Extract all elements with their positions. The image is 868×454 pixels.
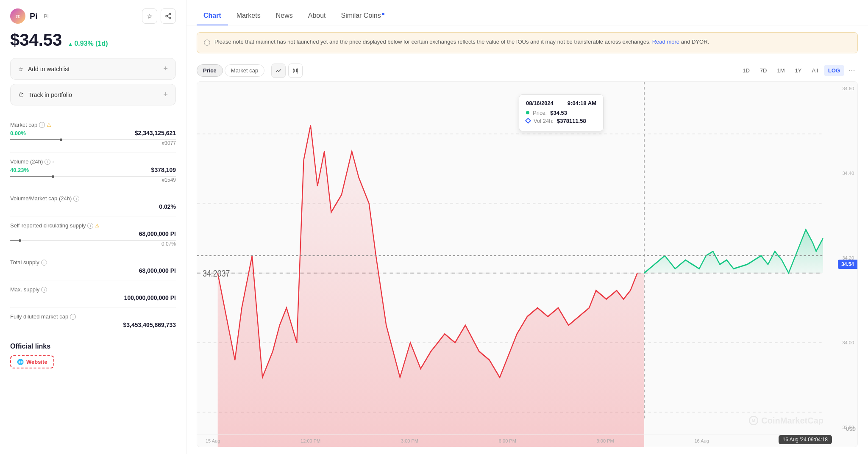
stat-vol-market-cap: Volume/Market cap (24h) i 0.02% bbox=[10, 189, 176, 216]
time-1m-button[interactable]: 1M bbox=[773, 65, 789, 76]
tooltip-price-label: Price: bbox=[533, 110, 547, 116]
svg-text:34.2037: 34.2037 bbox=[203, 268, 230, 278]
time-1d-button[interactable]: 1D bbox=[738, 65, 754, 76]
svg-text:M: M bbox=[752, 418, 755, 423]
watchlist-star-button[interactable]: ☆ bbox=[142, 8, 157, 24]
volume-change: 40.23% bbox=[10, 167, 29, 173]
x-label-2: 12:00 PM bbox=[300, 438, 320, 443]
chart-tooltip: 08/16/2024 9:04:18 AM Price: $34.53 Vol … bbox=[519, 94, 604, 131]
stat-fully-diluted: Fully diluted market cap i $3,453,405,86… bbox=[10, 307, 176, 334]
volume-label: Volume (24h) bbox=[10, 158, 43, 165]
official-links-title: Official links bbox=[10, 343, 176, 350]
y-label-1: 34.60 bbox=[842, 86, 854, 91]
x-label-3: 3:00 PM bbox=[401, 438, 418, 443]
line-chart-icon-button[interactable] bbox=[271, 64, 286, 78]
tooltip-time: 9:04:18 AM bbox=[568, 100, 596, 106]
chart-view-icons bbox=[271, 64, 303, 78]
website-button[interactable]: 🌐 Website bbox=[10, 355, 54, 368]
circulating-supply-label: Self-reported circulating supply bbox=[10, 222, 86, 229]
watchlist-label: Add to watchlist bbox=[28, 66, 70, 72]
vol-diamond-icon bbox=[525, 118, 531, 124]
coin-logo: π bbox=[10, 8, 25, 24]
volume-progress bbox=[10, 176, 176, 177]
x-label-4: 6:00 PM bbox=[499, 438, 516, 443]
time-1y-button[interactable]: 1Y bbox=[790, 65, 806, 76]
track-portfolio-button[interactable]: ⏱ Track in portfolio + bbox=[10, 84, 176, 105]
more-options-button[interactable]: ··· bbox=[846, 65, 858, 77]
share-button[interactable] bbox=[161, 8, 176, 24]
tabs-bar: Chart Markets News About Similar Coins bbox=[186, 0, 868, 25]
market-cap-label: Market cap bbox=[10, 122, 37, 128]
tab-about[interactable]: About bbox=[301, 7, 333, 25]
svg-point-1 bbox=[166, 15, 167, 17]
plus-icon: + bbox=[163, 64, 168, 73]
action-buttons: ☆ Add to watchlist + ⏱ Track in portfoli… bbox=[10, 58, 176, 105]
star-icon: ☆ bbox=[18, 66, 24, 72]
usd-label: USD bbox=[846, 426, 856, 432]
time-7d-button[interactable]: 7D bbox=[756, 65, 771, 76]
y-label-2: 34.40 bbox=[842, 171, 854, 176]
official-links: Official links 🌐 Website bbox=[10, 343, 176, 368]
watermark-text: CoinMarketCap bbox=[761, 416, 823, 426]
market-cap-rank: #3077 bbox=[10, 140, 176, 146]
stat-market-cap: Market cap i ⚠ 0.00% $2,343,125,621 #307… bbox=[10, 116, 176, 152]
tooltip-date: 08/16/2024 bbox=[526, 100, 554, 106]
tab-chart[interactable]: Chart bbox=[197, 7, 228, 25]
circulating-supply-progress bbox=[10, 240, 176, 241]
stats-section: Market cap i ⚠ 0.00% $2,343,125,621 #307… bbox=[10, 116, 176, 334]
current-price-label: 34.54 bbox=[838, 260, 857, 269]
similar-coins-dot bbox=[382, 13, 384, 15]
max-supply-value: 100,000,000,000 PI bbox=[124, 294, 176, 301]
tooltip-price-value: $34.53 bbox=[550, 110, 567, 116]
watermark: M CoinMarketCap bbox=[748, 415, 823, 426]
price-section: $34.53 0.93% (1d) bbox=[10, 30, 176, 50]
market-cap-warn-icon: ⚠ bbox=[47, 122, 51, 128]
tab-similar-coins[interactable]: Similar Coins bbox=[334, 7, 391, 25]
chart-controls: Price Market cap 1D 7D 1M 1Y All LOG ··· bbox=[186, 60, 868, 81]
price-value: $34.53 bbox=[10, 30, 62, 49]
read-more-link[interactable]: Read more bbox=[652, 39, 679, 45]
sidebar: π Pi PI ☆ $34.53 0.93% (1d) ☆ Add to wat… bbox=[0, 0, 186, 454]
max-supply-label: Max. supply bbox=[10, 286, 39, 293]
website-label: Website bbox=[26, 359, 47, 365]
stat-max-supply: Max. supply i 100,000,000,000 PI bbox=[10, 280, 176, 307]
fully-diluted-label: Fully diluted market cap bbox=[10, 313, 68, 320]
time-controls: 1D 7D 1M 1Y All LOG ··· bbox=[738, 65, 858, 77]
time-log-button[interactable]: LOG bbox=[824, 65, 844, 76]
fully-diluted-info[interactable]: i bbox=[70, 314, 76, 320]
market-cap-change: 0.00% bbox=[10, 130, 26, 136]
circulating-supply-info[interactable]: i bbox=[87, 223, 93, 229]
max-supply-info[interactable]: i bbox=[41, 287, 47, 293]
coin-symbol: PI bbox=[44, 13, 49, 19]
chart-area: 34.2037 08/16/2024 9:04:18 AM Price: $34… bbox=[197, 81, 858, 448]
candlestick-icon-button[interactable] bbox=[288, 64, 303, 78]
stat-circulating-supply: Self-reported circulating supply i ⚠ 68,… bbox=[10, 216, 176, 253]
circulating-supply-warn: ⚠ bbox=[95, 223, 100, 229]
market-cap-progress bbox=[10, 139, 176, 140]
circulating-supply-pct: 0.07% bbox=[10, 241, 176, 247]
add-watchlist-button[interactable]: ☆ Add to watchlist + bbox=[10, 58, 176, 80]
x-axis: 15 Aug 12:00 PM 3:00 PM 6:00 PM 9:00 PM … bbox=[197, 435, 832, 447]
tooltip-vol-label: Vol 24h: bbox=[534, 118, 554, 124]
market-cap-value: $2,343,125,621 bbox=[135, 130, 176, 136]
notice-bar: ⓘ Please note that mainnet has not launc… bbox=[197, 32, 858, 53]
stat-total-supply: Total supply i 68,000,000 PI bbox=[10, 253, 176, 280]
plus-icon-2: + bbox=[163, 90, 168, 99]
stat-volume-24h: Volume (24h) i › 40.23% $378,109 #1549 bbox=[10, 152, 176, 189]
vol-market-cap-info[interactable]: i bbox=[73, 196, 79, 202]
coin-name: Pi bbox=[30, 11, 38, 21]
tab-news[interactable]: News bbox=[269, 7, 300, 25]
price-tab-button[interactable]: Price bbox=[197, 64, 223, 77]
market-cap-tab-button[interactable]: Market cap bbox=[225, 64, 264, 77]
time-all-button[interactable]: All bbox=[807, 65, 822, 76]
total-supply-info[interactable]: i bbox=[41, 260, 47, 266]
main-content: Chart Markets News About Similar Coins ⓘ… bbox=[186, 0, 868, 454]
volume-chevron-icon[interactable]: › bbox=[52, 159, 54, 165]
tooltip-vol-value: $378111.58 bbox=[557, 118, 586, 124]
volume-info-icon[interactable]: i bbox=[45, 159, 50, 165]
x-label-6: 16 Aug bbox=[694, 438, 709, 443]
market-cap-info-icon[interactable]: i bbox=[39, 122, 45, 128]
x-label-1: 15 Aug bbox=[206, 438, 220, 443]
circulating-supply-value: 68,000,000 PI bbox=[139, 230, 176, 237]
tab-markets[interactable]: Markets bbox=[230, 7, 267, 25]
